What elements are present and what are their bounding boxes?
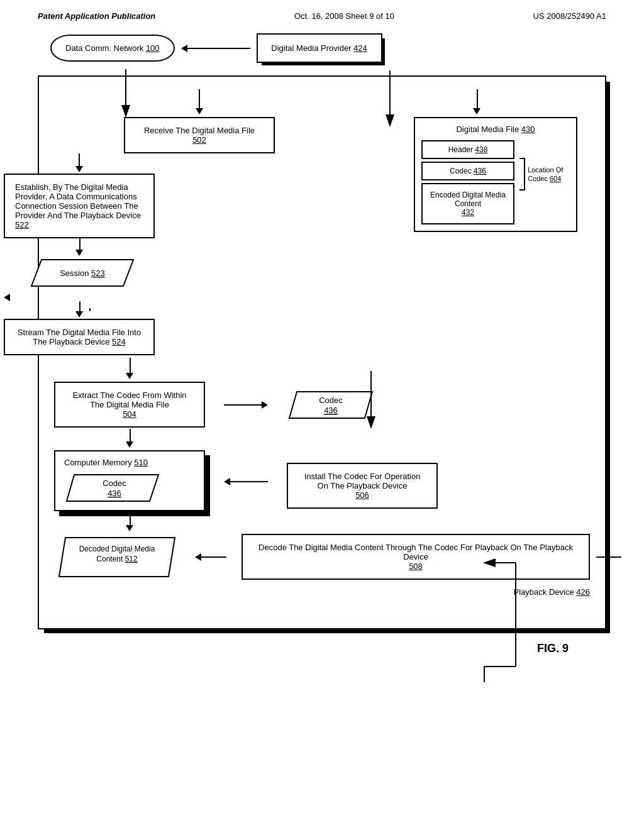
decoded-content-node: Decoded Digital Media Content 512 (54, 535, 180, 579)
playback-device-label: Playback Device 426 (514, 587, 590, 597)
install-codec-label: Install The Codec For Operation On The P… (304, 472, 421, 500)
figure-label: FIG. 9 (38, 636, 606, 661)
install-codec-node: Install The Codec For Operation On The P… (287, 463, 438, 509)
header-right: US 2008/252490 A1 (533, 11, 606, 21)
svg-text:436: 436 (108, 489, 121, 498)
encoded-content-node: Encoded Digital Media Content432 (421, 183, 514, 224)
codec-extract-node: Codec 436 (287, 389, 375, 421)
receive-file-node: Receive The Digital Media File502 (124, 117, 275, 153)
session-node: Session 523 (29, 257, 136, 291)
receive-file-label: Receive The Digital Media File502 (144, 126, 255, 145)
extract-codec-label: Extract The Codec From Within The Digita… (72, 390, 186, 419)
header-node: Header 438 (421, 140, 514, 159)
svg-text:Content 512: Content 512 (96, 555, 138, 563)
codec-file-node: Codec 436 (421, 162, 514, 180)
data-comm-network-label: Data Comm. Network 100 (65, 43, 160, 53)
page-header: Patent Application Publication Oct. 16, … (0, 0, 644, 27)
stream-file-label: Stream The Digital Media File Into The P… (18, 328, 141, 346)
header-center: Oct. 16, 2008 Sheet 9 of 10 (294, 11, 394, 21)
header-left: Patent Application Publication (38, 11, 155, 21)
svg-text:Codec: Codec (103, 479, 126, 488)
digital-media-provider-node: Digital Media Provider 424 (257, 33, 382, 63)
svg-text:Decoded Digital Media: Decoded Digital Media (79, 545, 155, 553)
stream-file-node: Stream The Digital Media File Into The P… (4, 319, 155, 355)
svg-text:Codec: Codec (319, 396, 343, 405)
decode-content-node: Decode The Digital Media Content Through… (242, 534, 590, 580)
establish-session-node: Establish, By The Digital Media Provider… (4, 174, 155, 238)
svg-text:436: 436 (324, 406, 338, 415)
digital-media-provider-label: Digital Media Provider 424 (271, 43, 367, 53)
establish-session-label: Establish, By The Digital Media Provider… (15, 182, 141, 230)
data-comm-network-node: Data Comm. Network 100 (50, 35, 175, 62)
computer-memory-node: Computer Memory 510 Codec 436 (54, 450, 205, 511)
svg-text:Session 523: Session 523 (60, 268, 105, 278)
digital-media-file-node: Digital Media File 430 Header 438 Codec … (414, 117, 577, 232)
extract-codec-node: Extract The Codec From Within The Digita… (54, 382, 205, 428)
decode-content-label: Decode The Digital Media Content Through… (258, 543, 573, 571)
